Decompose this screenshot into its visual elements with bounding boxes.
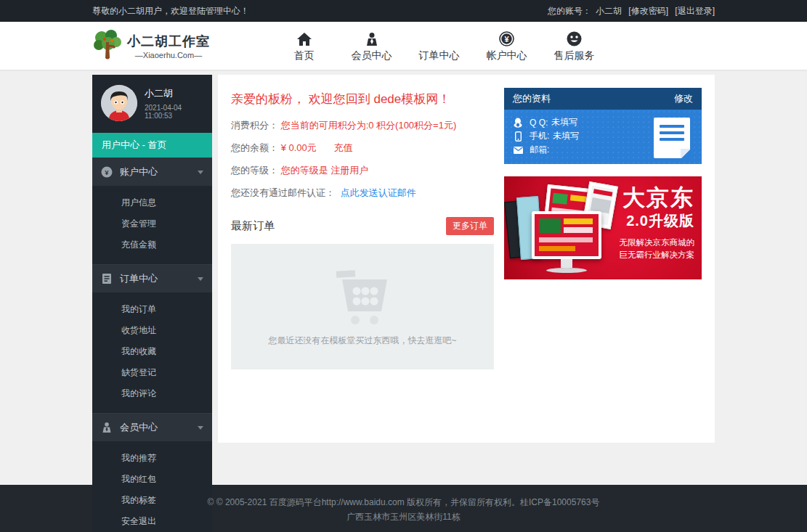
sidebar-section-orders[interactable]: 订单中心 [92, 264, 212, 292]
avatar [101, 85, 137, 121]
member-icon [338, 29, 405, 46]
stat-balance: 您的余额： ¥ 0.00元 充值 [231, 142, 494, 155]
sidebar-item-my-orders[interactable]: 我的订单 [92, 299, 212, 320]
chevron-down-icon [198, 171, 203, 174]
sidebar-item-stockout[interactable]: 缺货登记 [92, 362, 212, 383]
sidebar-item-comments[interactable]: 我的评论 [92, 383, 212, 404]
sidebar-username: 小二胡 [145, 87, 203, 100]
sidebar-submenu-orders: 我的订单 收货地址 我的收藏 缺货登记 我的评论 [92, 292, 212, 413]
stat-points: 消费积分： 您当前的可用积分为:0 积分(100积分=1元) [231, 119, 494, 132]
sidebar-profile: 小二胡 2021-04-04 11:00:53 [92, 75, 212, 133]
main-nav: 首页 会员中心 订单中心 ¥ 帐户中心 [270, 29, 608, 62]
header: 小二胡工作室 —Xiaoerhu.Com— 首页 会员中心 订单中心 [0, 22, 807, 70]
coin-icon: ¥ [101, 166, 113, 178]
sidebar-item-tags[interactable]: 我的标签 [92, 490, 212, 511]
home-icon [270, 29, 338, 46]
breadcrumb: 用户中心 - 首页 [92, 133, 212, 157]
tree-logo-icon [92, 29, 123, 62]
stat-level: 您的等级： 您的等级是 注册用户 [231, 164, 494, 177]
sidebar-item-funds[interactable]: 资金管理 [92, 213, 212, 234]
ad-banner-dajingdong[interactable]: 大京东 2.0升级版 无限解决京东商城的 巨无霸行业解决方案 [504, 176, 702, 279]
sidebar-submenu-account: 用户信息 资金管理 充值金额 [92, 186, 212, 264]
nav-item-after-sales[interactable]: 售后服务 [540, 29, 608, 62]
welcome-title: 亲爱的板粉， 欢迎您回到 dede模板网！ [231, 91, 494, 107]
svg-text:¥: ¥ [105, 168, 109, 176]
banner-subtitle: 2.0升级版 [620, 211, 695, 230]
banner-tagline: 无限解决京东商城的 巨无霸行业解决方案 [620, 237, 695, 261]
more-orders-button[interactable]: 更多订单 [446, 217, 494, 235]
order-icon-missing [405, 29, 473, 46]
account-label: 您的账号： [548, 6, 591, 16]
smiley-icon [540, 29, 608, 46]
logo-title: 小二胡工作室 [127, 33, 210, 50]
svg-text:¥: ¥ [504, 35, 509, 44]
nav-item-order-center[interactable]: 订单中心 [405, 29, 473, 62]
nav-item-member-center[interactable]: 会员中心 [338, 29, 405, 62]
profile-box: 您的资料 修改 Q Q: 未填写 [504, 88, 702, 164]
logo-subtitle: —Xiaoerhu.Com— [127, 51, 210, 60]
envelope-icon [513, 145, 523, 155]
shopping-cart-icon [326, 266, 399, 327]
empty-orders-text: 您最近还没有在模板堂买过东西哦，快去逛逛吧~ [268, 335, 456, 347]
chevron-down-icon [198, 277, 203, 281]
sidebar-item-red-packets[interactable]: 我的红包 [92, 469, 212, 490]
topbar: 尊敬的小二胡用户，欢迎登陆管理中心！ 您的账号：小二胡 [修改密码] [退出登录… [0, 0, 807, 22]
sidebar-item-address[interactable]: 收货地址 [92, 320, 212, 341]
topbar-welcome-text: 尊敬的小二胡用户，欢迎登陆管理中心！ [92, 5, 249, 17]
sidebar-section-member[interactable]: 会员中心 [92, 413, 212, 441]
latest-orders-title: 最新订单 [231, 219, 275, 233]
profile-edit-link[interactable]: 修改 [674, 92, 693, 105]
qq-icon [513, 118, 523, 128]
logout-link[interactable]: [退出登录] [675, 6, 715, 16]
sidebar-login-time: 2021-04-04 11:00:53 [145, 104, 203, 120]
site-logo[interactable]: 小二胡工作室 —Xiaoerhu.Com— [92, 29, 241, 62]
document-illustration-icon [654, 118, 690, 158]
sidebar-item-safe-logout[interactable]: 安全退出 [92, 511, 212, 532]
phone-icon [513, 131, 523, 142]
topbar-username: 小二胡 [596, 6, 622, 16]
profile-title: 您的资料 [513, 92, 551, 105]
main-panel: 亲爱的板粉， 欢迎您回到 dede模板网！ 消费积分： 您当前的可用积分为:0 … [218, 75, 715, 443]
order-list-icon [101, 273, 113, 285]
sidebar-item-recharge[interactable]: 充值金额 [92, 234, 212, 255]
change-password-link[interactable]: [修改密码] [628, 6, 668, 16]
sidebar-item-favorites[interactable]: 我的收藏 [92, 341, 212, 362]
empty-orders-box: 您最近还没有在模板堂买过东西哦，快去逛逛吧~ [231, 244, 494, 369]
banner-title: 大京东 [620, 185, 695, 211]
send-verify-email-link[interactable]: 点此发送认证邮件 [341, 187, 416, 198]
sidebar-section-account[interactable]: ¥ 账户中心 [92, 157, 212, 186]
sidebar-item-user-info[interactable]: 用户信息 [92, 192, 212, 213]
chevron-down-icon [198, 426, 203, 430]
yuan-coin-icon: ¥ [473, 29, 540, 46]
member-icon [101, 422, 113, 433]
sidebar-item-referrals[interactable]: 我的推荐 [92, 448, 212, 469]
recharge-link[interactable]: 充值 [333, 142, 352, 153]
monitor-illustration [504, 176, 620, 279]
nav-item-account-center[interactable]: ¥ 帐户中心 [473, 29, 540, 62]
sidebar-submenu-member: 我的推荐 我的红包 我的标签 安全退出 [92, 441, 212, 532]
stat-email-verify: 您还没有通过邮件认证： 点此发送认证邮件 [231, 187, 494, 200]
sidebar: 小二胡 2021-04-04 11:00:53 用户中心 - 首页 ¥ 账户中心… [92, 75, 212, 475]
nav-item-home[interactable]: 首页 [270, 29, 338, 62]
